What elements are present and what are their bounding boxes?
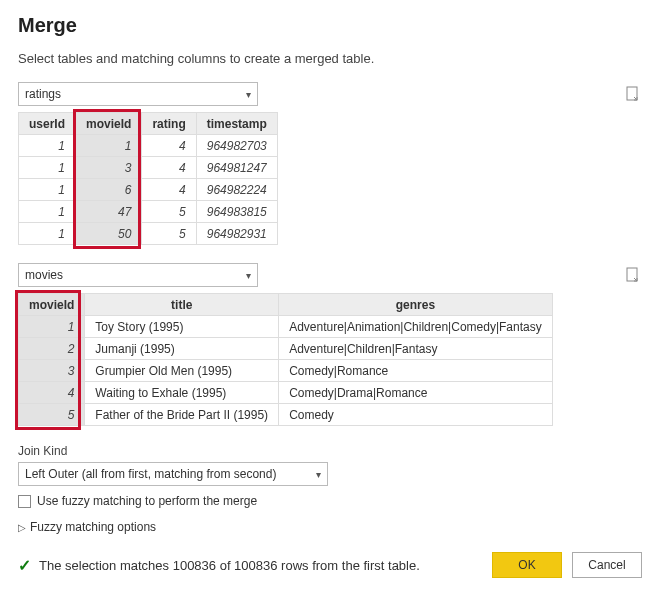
table-row: 2Jumanji (1995)Adventure|Children|Fantas…: [19, 338, 553, 360]
join-kind-selected: Left Outer (all from first, matching fro…: [25, 467, 276, 481]
table1-selected: ratings: [25, 87, 61, 101]
expand-table-icon[interactable]: [626, 86, 642, 102]
table1-dropdown[interactable]: ratings ▾: [18, 82, 258, 106]
status-text: The selection matches 100836 of 100836 r…: [39, 558, 420, 573]
chevron-right-icon: ▷: [18, 522, 26, 533]
table-row: 4Waiting to Exhale (1995)Comedy|Drama|Ro…: [19, 382, 553, 404]
table-row: 5Father of the Bride Part II (1995)Comed…: [19, 404, 553, 426]
chevron-down-icon: ▾: [246, 270, 251, 281]
table-row: 164964982224: [19, 179, 278, 201]
table2-preview: movieId title genres 1Toy Story (1995)Ad…: [18, 293, 642, 426]
cancel-button[interactable]: Cancel: [572, 552, 642, 578]
fuzzy-options-expander[interactable]: ▷ Fuzzy matching options: [18, 520, 642, 534]
col-header[interactable]: genres: [279, 294, 553, 316]
table1-grid[interactable]: userId movieId rating timestamp 11496498…: [18, 112, 278, 245]
table-row: 1505964982931: [19, 223, 278, 245]
table2-dropdown[interactable]: movies ▾: [18, 263, 258, 287]
table-row: 3Grumpier Old Men (1995)Comedy|Romance: [19, 360, 553, 382]
ok-button[interactable]: OK: [492, 552, 562, 578]
col-header[interactable]: movieId: [19, 294, 85, 316]
fuzzy-match-checkbox[interactable]: [18, 495, 31, 508]
join-kind-dropdown[interactable]: Left Outer (all from first, matching fro…: [18, 462, 328, 486]
match-status: ✓ The selection matches 100836 of 100836…: [18, 556, 420, 575]
table2-grid[interactable]: movieId title genres 1Toy Story (1995)Ad…: [18, 293, 553, 426]
table1-preview: userId movieId rating timestamp 11496498…: [18, 112, 642, 245]
check-icon: ✓: [18, 556, 31, 575]
dialog-subtitle: Select tables and matching columns to cr…: [18, 51, 642, 66]
col-header[interactable]: userId: [19, 113, 76, 135]
fuzzy-options-label: Fuzzy matching options: [30, 520, 156, 534]
col-header[interactable]: rating: [142, 113, 196, 135]
join-kind-label: Join Kind: [18, 444, 642, 458]
table-row: 114964982703: [19, 135, 278, 157]
table-row: 134964981247: [19, 157, 278, 179]
col-header[interactable]: timestamp: [196, 113, 277, 135]
dialog-title: Merge: [18, 14, 642, 37]
table2-selected: movies: [25, 268, 63, 282]
chevron-down-icon: ▾: [316, 469, 321, 480]
col-header[interactable]: movieId: [76, 113, 142, 135]
chevron-down-icon: ▾: [246, 89, 251, 100]
fuzzy-match-label: Use fuzzy matching to perform the merge: [37, 494, 257, 508]
table-row: 1475964983815: [19, 201, 278, 223]
table-row: 1Toy Story (1995)Adventure|Animation|Chi…: [19, 316, 553, 338]
expand-table-icon[interactable]: [626, 267, 642, 283]
col-header[interactable]: title: [85, 294, 279, 316]
